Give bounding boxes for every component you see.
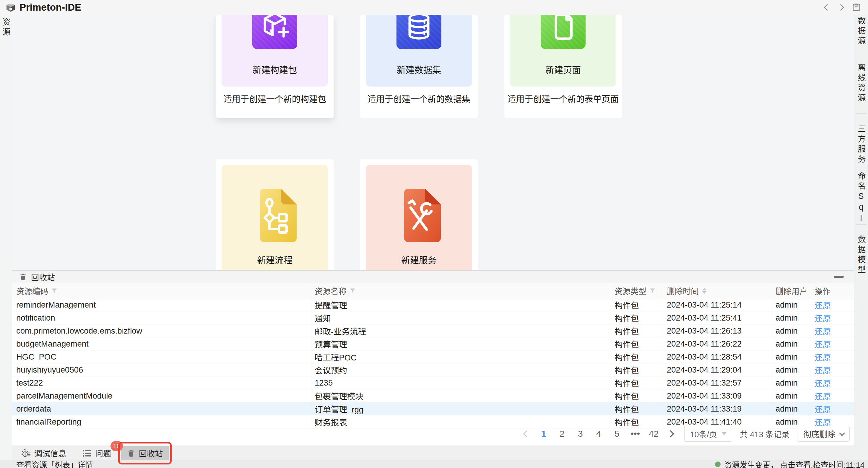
rail-tab-thirdparty[interactable]: 三方服务 [856, 125, 867, 165]
cell-time: 2024-03-04 11:26:13 [662, 324, 771, 337]
flow-file-icon [253, 189, 297, 242]
app-window: Primeton-IDE 资源 数据源 离线资源 三方服务 命名Sql 数据模型 [0, 0, 868, 468]
rail-tab-resources[interactable]: 资源 [0, 18, 12, 38]
card-title: 新建服务 [366, 253, 472, 266]
status-left-text: 查看资源「树表」详情 [16, 459, 93, 468]
status-right[interactable]: 资源发生变更， 点击查看,检查时间:11:14 [715, 459, 864, 468]
table-row[interactable]: orderdata订单管理_rgg构件包2024-03-04 11:33:19a… [12, 402, 854, 415]
page-button-1[interactable]: 1 [538, 429, 550, 439]
tab-debug-info[interactable]: 调试信息 [16, 446, 72, 460]
tab-recycle-bin[interactable]: 回收站 [121, 446, 169, 460]
restore-link[interactable]: 还原 [814, 364, 831, 376]
left-rail: 资源 [0, 15, 12, 460]
table-row[interactable]: test2221235构件包2024-03-04 11:32:57admin还原 [12, 376, 854, 389]
col-header-time[interactable]: 删除时间 [662, 283, 771, 298]
restore-link[interactable]: 还原 [814, 377, 831, 389]
col-header-code[interactable]: 资源编码 [12, 283, 310, 298]
card-pastel: 新建构建包 [222, 15, 328, 87]
cell-action: 还原 [810, 350, 854, 363]
cell-name: 预算管理 [310, 337, 610, 350]
rail-tab-datamodel[interactable]: 数据模型 [856, 235, 867, 275]
panel-header: 回收站 [12, 271, 854, 283]
card-tile [252, 15, 297, 49]
col-header-name[interactable]: 资源名称 [310, 283, 610, 298]
table-row[interactable]: reminderManagement提醒管理构件包2024-03-04 11:2… [12, 299, 854, 311]
cell-type: 构件包 [610, 350, 662, 363]
col-header-user: 删除用户 [771, 283, 810, 298]
page-icon [547, 15, 580, 43]
cell-time: 2024-03-04 11:33:19 [662, 402, 771, 415]
rail-tab-datasource[interactable]: 数据源 [856, 17, 867, 47]
cell-code: budgetManagement [12, 337, 310, 350]
app-title: Primeton-IDE [20, 2, 81, 13]
page-button-5[interactable]: 5 [611, 429, 623, 439]
card-new-page[interactable]: 新建页面 适用于创建一个新的表单页面 [504, 15, 622, 118]
rail-tab-namedsql[interactable]: 命名Sql [856, 171, 867, 224]
sort-icon[interactable] [702, 288, 706, 294]
filter-icon[interactable] [650, 288, 655, 293]
page-size-select[interactable]: 10条/页 [684, 426, 732, 442]
cell-code: orderdata [12, 402, 310, 415]
table-row[interactable]: HGC_POC哈工程POC构件包2024-03-04 11:28:54admin… [12, 350, 854, 364]
restore-link[interactable]: 还原 [814, 312, 831, 324]
card-new-dataset[interactable]: 新建数据集 适用于创建一个新的数据集 [360, 15, 478, 118]
card-new-service[interactable]: 新建服务 [360, 159, 478, 270]
cell-user: admin [771, 324, 810, 337]
status-right-text: 资源发生变更， 点击查看,检查时间:11:14 [724, 459, 864, 468]
rail-tab-offline[interactable]: 离线资源 [856, 64, 867, 104]
page-button-42[interactable]: 42 [648, 429, 659, 439]
col-header-type[interactable]: 资源类型 [610, 283, 662, 298]
save-icon[interactable] [852, 3, 861, 12]
cell-type: 构件包 [610, 311, 662, 324]
card-pastel: 新建服务 [366, 165, 472, 270]
cell-action: 还原 [810, 389, 854, 402]
tab-problems[interactable]: 问题 10 [76, 446, 117, 460]
card-title: 新建构建包 [222, 63, 328, 75]
page-ellipsis[interactable]: ••• [629, 429, 641, 439]
cell-time: 2024-03-04 11:28:54 [662, 350, 771, 363]
page-button-2[interactable]: 2 [556, 429, 568, 439]
recycle-bin-panel: 回收站 资源编码 资源名称 资源类型 删除时间 删除用户 操作 remi [12, 270, 854, 446]
table-row[interactable]: huiyishiyuyue0506会议预约构件包2024-03-04 11:29… [12, 364, 854, 376]
page-button-3[interactable]: 3 [574, 429, 586, 439]
back-icon[interactable] [824, 4, 831, 11]
table-row[interactable]: parcelManagementModule包裹管理模块构件包2024-03-0… [12, 389, 854, 402]
filter-icon[interactable] [350, 288, 355, 293]
restore-link[interactable]: 还原 [814, 325, 831, 337]
card-desc: 适用于创建一个新的数据集 [360, 92, 478, 104]
debug-icon [21, 448, 31, 458]
restore-link[interactable]: 还原 [814, 351, 831, 363]
cell-user: admin [771, 311, 810, 324]
card-desc: 适用于创建一个新的构建包 [216, 92, 334, 104]
tab-label: 回收站 [139, 447, 163, 459]
tools-file-icon [397, 189, 441, 242]
filter-icon[interactable] [52, 288, 57, 293]
minimize-panel-button[interactable] [834, 276, 844, 278]
cell-time: 2024-03-04 11:25:41 [662, 311, 771, 324]
cell-type: 构件包 [610, 337, 662, 350]
page-button-4[interactable]: 4 [593, 429, 604, 439]
restore-link[interactable]: 还原 [814, 390, 831, 402]
cell-user: admin [771, 389, 810, 402]
table-row[interactable]: notification通知构件包2024-03-04 11:25:41admi… [12, 311, 854, 324]
restore-link[interactable]: 还原 [814, 299, 831, 311]
right-rail: 数据源 离线资源 三方服务 命名Sql 数据模型 [854, 15, 868, 460]
col-header-action: 操作 [810, 283, 854, 298]
table-row[interactable]: budgetManagement预算管理构件包2024-03-04 11:26:… [12, 337, 854, 350]
card-title: 新建页面 [510, 63, 616, 75]
restore-link[interactable]: 还原 [814, 403, 831, 415]
prev-page-icon[interactable] [523, 430, 530, 437]
cell-type: 构件包 [610, 389, 662, 402]
next-page-icon[interactable] [667, 430, 674, 437]
table-row[interactable]: com.primeton.lowcode.ems.bizflow邮政-业务流程构… [12, 324, 854, 337]
card-new-build-package[interactable]: 新建构建包 适用于创建一个新的构建包 [216, 15, 334, 118]
cell-user: admin [771, 376, 810, 389]
cell-action: 还原 [810, 311, 854, 324]
purge-button[interactable]: 彻底删除 [797, 426, 850, 442]
card-pastel: 新建流程 [222, 165, 328, 270]
cell-name: 会议预约 [310, 364, 610, 376]
restore-link[interactable]: 还原 [814, 338, 831, 350]
card-new-flow[interactable]: 新建流程 [216, 159, 334, 270]
forward-icon[interactable] [838, 4, 844, 11]
database-icon [402, 15, 435, 43]
